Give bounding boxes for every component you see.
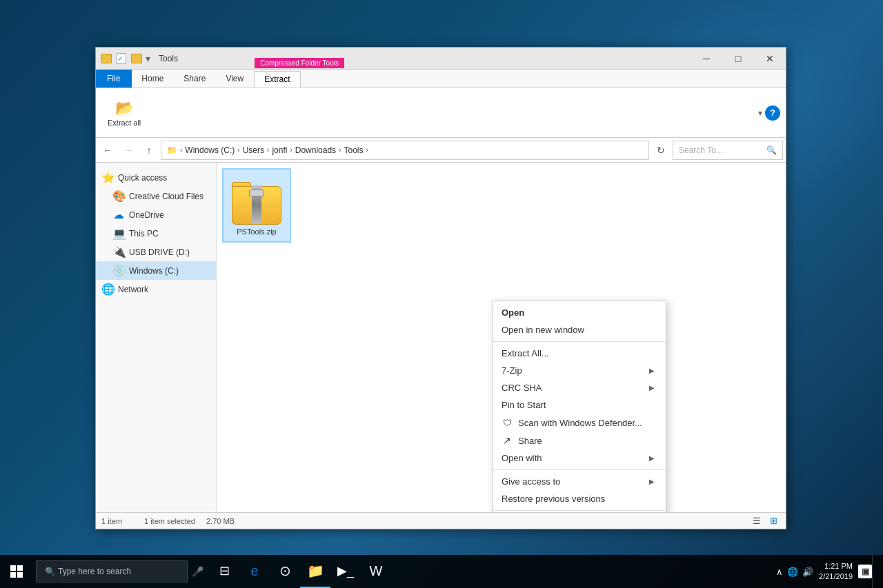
back-button[interactable]: ←	[99, 141, 117, 159]
minimize-button[interactable]: ─	[691, 48, 722, 70]
ctx-open[interactable]: Open	[493, 304, 666, 321]
taskbar-search-box[interactable]: 🔍 Type here to search	[36, 560, 188, 582]
path-chevron-6: ›	[366, 146, 368, 154]
taskbar-right: ∧ 🌐 🔊 1:21 PM 2/21/2019 ▣	[776, 555, 883, 588]
sidebar-label-onedrive: OneDrive	[129, 210, 164, 220]
tab-share[interactable]: Share	[174, 70, 216, 88]
ctx-restore-versions[interactable]: Restore previous versions	[493, 490, 666, 507]
ctx-7zip[interactable]: 7-Zip ▶	[493, 362, 666, 379]
zip-zipper	[252, 185, 261, 224]
ctx-crc-sha[interactable]: CRC SHA ▶	[493, 379, 666, 396]
sidebar-label-network: Network	[118, 285, 148, 294]
ctx-sep-1	[493, 341, 666, 342]
forward-button[interactable]: →	[119, 141, 137, 159]
status-item-count: 1 item	[101, 517, 122, 525]
svg-rect-2	[10, 572, 16, 578]
ctx-scan-defender[interactable]: 🛡 Scan with Windows Defender...	[493, 414, 666, 432]
up-button[interactable]: ↑	[140, 141, 158, 159]
path-tools[interactable]: Tools	[344, 145, 363, 155]
this-pc-icon: 💻	[112, 227, 125, 240]
title-bar-controls: ─ □ ✕	[691, 48, 786, 70]
content-area[interactable]: PSTools.zip Open Open in new window Extr…	[217, 163, 786, 512]
path-downloads[interactable]: Downloads	[295, 145, 336, 155]
sidebar-item-windows-c[interactable]: 💿 Windows (C:)	[96, 261, 216, 280]
taskbar-app-word[interactable]: W	[361, 555, 391, 588]
start-button[interactable]	[0, 555, 33, 588]
taskbar-time: 1:21 PM	[819, 561, 853, 571]
taskbar-app-chrome[interactable]: ⊙	[270, 555, 300, 588]
network-icon: 🌐	[101, 283, 114, 296]
path-windows[interactable]: Windows (C:)	[185, 145, 235, 155]
taskbar-network-icon[interactable]: 🌐	[787, 567, 798, 577]
sidebar-item-network[interactable]: 🌐 Network	[96, 280, 216, 298]
path-chevron-3: ›	[267, 146, 269, 154]
taskbar-clock[interactable]: 1:21 PM 2/21/2019	[819, 561, 853, 582]
help-button[interactable]: ?	[765, 105, 780, 121]
search-box[interactable]: Search To... 🔍	[673, 141, 783, 160]
ctx-open-with[interactable]: Open with ▶	[493, 449, 666, 467]
taskbar-chevron-icon[interactable]: ∧	[776, 567, 783, 577]
path-users[interactable]: Users	[243, 145, 264, 155]
sidebar-label-creative-cloud: Creative Cloud Files	[129, 192, 204, 201]
taskbar-volume-icon[interactable]: 🔊	[802, 567, 813, 577]
ctx-7zip-arrow-icon: ▶	[649, 367, 655, 374]
show-desktop-button[interactable]	[872, 555, 877, 588]
folder-icon-small	[100, 52, 112, 65]
svg-rect-0	[10, 565, 16, 571]
taskbar-app-task-view[interactable]: ⊟	[209, 555, 239, 588]
taskbar-search-placeholder: Type here to search	[58, 567, 131, 576]
taskbar-notification-icon[interactable]: ▣	[858, 565, 872, 578]
sidebar-label-quick-access: Quick access	[118, 173, 167, 183]
taskbar-system-icons: ∧ 🌐 🔊	[776, 567, 813, 577]
tab-home[interactable]: Home	[132, 70, 174, 88]
sidebar-item-quick-access[interactable]: ⭐ Quick access	[96, 168, 216, 187]
status-bar-right: ☰ ⊞	[750, 514, 780, 528]
main-area: ⭐ Quick access 🎨 Creative Cloud Files ☁ …	[96, 163, 786, 512]
sidebar-item-this-pc[interactable]: 💻 This PC	[96, 224, 216, 243]
search-placeholder: Search To...	[679, 145, 723, 155]
tab-view[interactable]: View	[216, 70, 254, 88]
taskbar-app-edge[interactable]: e	[239, 555, 270, 588]
sidebar-item-creative-cloud[interactable]: 🎨 Creative Cloud Files	[96, 187, 216, 205]
ribbon-content: 📂 Extract all ▾ ?	[96, 88, 786, 137]
ctx-open-new-window[interactable]: Open in new window	[493, 321, 666, 338]
ribbon-extract-all-btn[interactable]: 📂 Extract all	[101, 92, 147, 134]
file-item-pstools[interactable]: PSTools.zip	[222, 168, 291, 243]
path-jonfi[interactable]: jonfi	[272, 145, 287, 155]
search-icon: 🔍	[766, 145, 777, 155]
view-tiles-button[interactable]: ⊞	[766, 514, 780, 528]
onedrive-icon: ☁	[112, 208, 125, 221]
ctx-sep-2	[493, 469, 666, 470]
extract-icon: 📂	[115, 99, 134, 117]
collapse-arrow-icon[interactable]: ▾	[758, 108, 762, 118]
refresh-button[interactable]: ↻	[652, 141, 670, 159]
explorer-window: ▾ Tools ─ □ ✕ File Home Share View Compr…	[95, 47, 786, 529]
sidebar-item-onedrive[interactable]: ☁ OneDrive	[96, 205, 216, 224]
tab-file[interactable]: File	[96, 70, 132, 88]
maximize-button[interactable]: □	[722, 48, 754, 70]
sidebar-item-usb-drive[interactable]: 🔌 USB DRIVE (D:)	[96, 243, 216, 261]
path-chevron-4: ›	[290, 146, 292, 154]
ctx-pin-to-start[interactable]: Pin to Start	[493, 396, 666, 414]
ctx-extract-all[interactable]: Extract All...	[493, 345, 666, 362]
taskbar: 🔍 Type here to search 🎤 ⊟ e ⊙ 📁 ▶_ W ∧ 🌐…	[0, 555, 883, 588]
status-bar: 1 item 1 item selected 2.70 MB ☰ ⊞	[96, 512, 786, 529]
dropdown-arrow-icon[interactable]: ▾	[146, 53, 150, 64]
view-details-button[interactable]: ☰	[750, 514, 764, 528]
sidebar: ⭐ Quick access 🎨 Creative Cloud Files ☁ …	[96, 163, 217, 512]
path-chevron-2: ›	[237, 146, 239, 154]
taskbar-app-terminal[interactable]: ▶_	[330, 555, 361, 588]
close-button[interactable]: ✕	[754, 48, 786, 70]
address-path[interactable]: 📁 › Windows (C:) › Users › jonfi › Downl…	[161, 141, 649, 160]
ctx-give-access[interactable]: Give access to ▶	[493, 473, 666, 490]
taskbar-app-explorer[interactable]: 📁	[300, 555, 330, 588]
taskbar-search-icon: 🔍	[45, 567, 55, 576]
taskbar-apps: ⊟ e ⊙ 📁 ▶_ W	[209, 555, 391, 588]
title-bar: ▾ Tools ─ □ ✕	[96, 48, 786, 70]
svg-rect-3	[17, 572, 23, 578]
tab-compressed[interactable]: Compressed Folder Tools Extract	[254, 71, 300, 88]
taskbar-mic-icon[interactable]: 🎤	[192, 566, 204, 577]
ctx-share[interactable]: ↗ Share	[493, 432, 666, 449]
status-size: 2.70 MB	[206, 517, 235, 525]
ribbon-right-controls: ▾ ?	[758, 105, 780, 121]
